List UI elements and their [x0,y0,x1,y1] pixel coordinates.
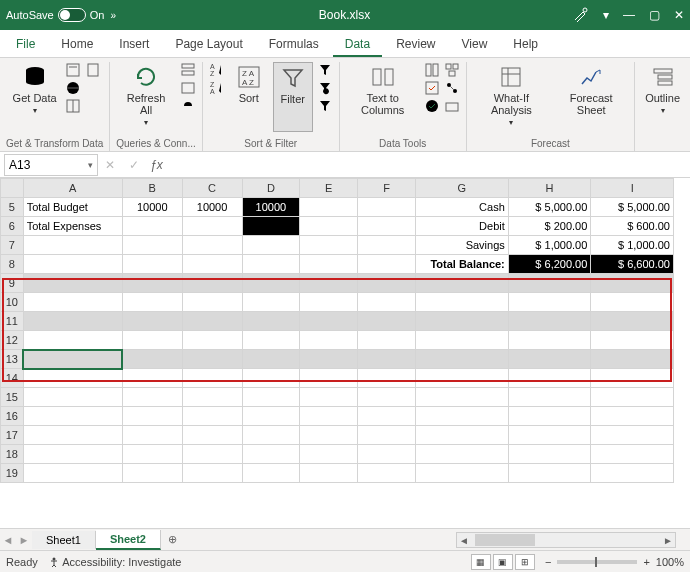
close-button[interactable]: ✕ [674,8,684,22]
cell[interactable] [300,388,358,407]
cell[interactable] [415,407,508,426]
zoom-level[interactable]: 100% [656,556,684,568]
fx-icon[interactable]: ƒx [146,158,167,172]
cell[interactable] [23,236,122,255]
cell[interactable] [300,255,358,274]
cell[interactable] [300,350,358,369]
row-header[interactable]: 6 [1,217,24,236]
accessibility-status[interactable]: Accessibility: Investigate [48,556,182,568]
cell[interactable] [23,312,122,331]
cell[interactable] [300,407,358,426]
text-to-columns-button[interactable]: Text to Columns [346,62,420,132]
cell[interactable] [300,369,358,388]
cell[interactable] [122,236,182,255]
cell[interactable] [242,312,300,331]
autosave-toggle[interactable]: AutoSave On [6,8,104,22]
cell[interactable] [122,369,182,388]
cell[interactable] [508,445,591,464]
cell[interactable] [182,369,242,388]
cell[interactable] [23,274,122,293]
cell[interactable] [182,274,242,293]
zoom-in-button[interactable]: + [643,556,649,568]
row-header[interactable]: 8 [1,255,24,274]
cell[interactable] [591,407,674,426]
cell[interactable] [242,350,300,369]
edit-links-icon[interactable] [180,98,196,114]
cell[interactable] [591,350,674,369]
cell[interactable]: Debit [415,217,508,236]
cell[interactable] [182,388,242,407]
normal-view-icon[interactable]: ▦ [471,554,491,570]
cell[interactable] [508,426,591,445]
cell[interactable] [300,312,358,331]
row-header[interactable]: 18 [1,445,24,464]
col-header[interactable]: C [182,179,242,198]
enter-formula-icon[interactable]: ✓ [122,158,146,172]
select-all-corner[interactable] [1,179,24,198]
cell[interactable] [242,426,300,445]
sort-za-icon[interactable]: ZA [209,80,225,96]
row-header[interactable]: 11 [1,312,24,331]
cell[interactable] [415,369,508,388]
cell[interactable] [415,312,508,331]
cell[interactable] [23,388,122,407]
maximize-button[interactable]: ▢ [649,8,660,22]
cell[interactable] [591,426,674,445]
cell[interactable] [182,331,242,350]
sheet-tab[interactable]: Sheet1 [32,531,96,549]
cell[interactable]: Total Expenses [23,217,122,236]
cell[interactable] [242,331,300,350]
cell[interactable] [358,426,416,445]
outline-button[interactable]: Outline ▾ [641,62,684,132]
clear-filter-icon[interactable] [317,62,333,78]
cell[interactable] [23,369,122,388]
cell[interactable] [358,388,416,407]
new-sheet-button[interactable]: ⊕ [161,533,185,546]
cell[interactable] [122,350,182,369]
cell[interactable] [415,445,508,464]
sheet-nav-next[interactable]: ► [16,534,32,546]
cell[interactable] [182,312,242,331]
cell[interactable] [242,464,300,483]
data-model-icon[interactable] [444,98,460,114]
col-header[interactable]: F [358,179,416,198]
cell[interactable] [300,274,358,293]
cell[interactable] [358,274,416,293]
cell[interactable] [122,388,182,407]
cell[interactable]: $ 200.00 [508,217,591,236]
cell[interactable] [300,198,358,217]
row-header[interactable]: 15 [1,388,24,407]
tab-help[interactable]: Help [501,31,550,57]
cell[interactable] [242,445,300,464]
zoom-out-button[interactable]: − [545,556,551,568]
flash-fill-icon[interactable] [424,62,440,78]
row-header[interactable]: 16 [1,407,24,426]
horizontal-scrollbar[interactable]: ◄► [456,532,676,548]
cell[interactable] [122,255,182,274]
formula-input[interactable] [167,154,690,176]
reapply-icon[interactable] [317,80,333,96]
cell[interactable] [122,293,182,312]
cell[interactable] [122,274,182,293]
recent-sources-icon[interactable] [85,62,101,78]
cell[interactable] [300,293,358,312]
data-validation-icon[interactable] [424,98,440,114]
cell[interactable] [122,331,182,350]
name-box[interactable]: A13 ▾ [4,154,98,176]
row-header[interactable]: 14 [1,369,24,388]
cell[interactable] [415,331,508,350]
cell[interactable] [242,274,300,293]
queries-icon[interactable] [180,62,196,78]
cell[interactable]: Savings [415,236,508,255]
tab-insert[interactable]: Insert [107,31,161,57]
from-web-icon[interactable] [65,80,81,96]
col-header[interactable]: D [242,179,300,198]
filter-button[interactable]: Filter [273,62,313,132]
cell[interactable]: $ 6,200.00 [508,255,591,274]
spreadsheet-grid[interactable]: A B C D E F G H I 5 Total Budget 10000 1… [0,178,690,528]
cell[interactable] [242,407,300,426]
cell[interactable] [122,407,182,426]
cell[interactable] [300,331,358,350]
row-header[interactable]: 5 [1,198,24,217]
cell[interactable]: $ 1,000.00 [508,236,591,255]
